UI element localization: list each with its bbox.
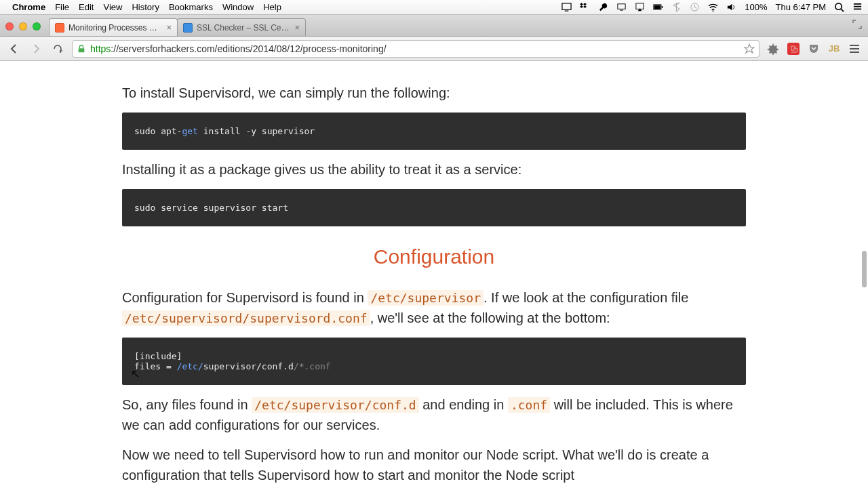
section-heading: Configuration xyxy=(122,245,746,268)
menu-history[interactable]: History xyxy=(132,2,159,12)
wifi-icon[interactable] xyxy=(708,2,718,12)
display-icon[interactable] xyxy=(616,2,627,12)
favicon-icon xyxy=(55,23,64,33)
scrollbar-thumb[interactable] xyxy=(862,251,867,287)
inline-code: .conf xyxy=(508,397,550,413)
svg-rect-1 xyxy=(618,4,625,9)
toolbar: https://serversforhackers.com/editions/2… xyxy=(0,37,868,61)
extension-adblock-icon[interactable] xyxy=(787,42,800,56)
back-button[interactable] xyxy=(7,41,22,56)
favicon-icon xyxy=(183,23,193,33)
app-name[interactable]: Chrome xyxy=(12,2,45,12)
extension-icon[interactable] xyxy=(766,42,780,56)
menu-view[interactable]: View xyxy=(103,2,122,12)
menu-window[interactable]: Window xyxy=(222,2,254,12)
paragraph: Now we need to tell Supervisord how to r… xyxy=(122,445,746,485)
paragraph: So, any files found in /etc/supervisor/c… xyxy=(122,394,746,435)
svg-rect-9 xyxy=(79,48,85,52)
tab-strip: Monitoring Processes with × SSL Checker … xyxy=(0,15,868,37)
svg-rect-2 xyxy=(636,3,644,9)
chrome-menu-icon[interactable] xyxy=(848,42,861,56)
timemachine-icon[interactable] xyxy=(690,2,700,12)
notification-center-icon[interactable] xyxy=(852,2,863,12)
extensions: JB xyxy=(766,42,861,56)
close-window-button[interactable] xyxy=(5,22,14,30)
url-text: ://serversforhackers.com/editions/2014/0… xyxy=(111,43,386,54)
tab-1[interactable]: Monitoring Processes with × xyxy=(49,18,178,36)
page-viewport[interactable]: To install Supervisord, we can simply ru… xyxy=(0,61,868,488)
tab-title: Monitoring Processes with xyxy=(68,23,162,33)
svg-rect-5 xyxy=(662,6,663,8)
extension-pocket-icon[interactable] xyxy=(807,42,821,56)
svg-rect-0 xyxy=(562,3,571,9)
paragraph: Configuration for Supervisord is found i… xyxy=(122,287,746,328)
screenshare-icon[interactable] xyxy=(561,2,572,12)
menu-edit[interactable]: Edit xyxy=(79,2,94,12)
window-controls xyxy=(5,22,41,30)
close-tab-icon[interactable]: × xyxy=(166,22,172,33)
tab-2[interactable]: SSL Checker – SSL Certifica × xyxy=(177,18,306,36)
tool-icon[interactable] xyxy=(598,2,608,12)
code-block: sudo service supervisor start xyxy=(122,189,746,226)
battery-icon[interactable] xyxy=(653,2,663,12)
bluetooth-icon[interactable] xyxy=(671,2,682,12)
menu-help[interactable]: Help xyxy=(263,2,281,12)
tab-title: SSL Checker – SSL Certifica xyxy=(197,23,290,33)
battery-percent: 100% xyxy=(745,2,767,12)
clock: Thu 6:47 PM xyxy=(776,2,826,12)
mac-menubar: Chrome File Edit View History Bookmarks … xyxy=(0,0,868,15)
code-block: sudo apt-get install -y supervisor xyxy=(122,113,746,150)
fullscreen-toggle-icon[interactable] xyxy=(852,19,863,30)
paragraph: Installing it as a package gives us the … xyxy=(122,159,746,180)
new-tab-button[interactable] xyxy=(308,20,326,35)
zoom-window-button[interactable] xyxy=(33,22,41,30)
close-tab-icon[interactable]: × xyxy=(294,22,300,33)
inline-code: /etc/supervisor/conf.d xyxy=(252,397,418,413)
svg-point-7 xyxy=(713,10,714,12)
menu-file[interactable]: File xyxy=(55,2,69,12)
code-block: [include] files = /etc/supervisor/conf.d… xyxy=(122,338,746,385)
url-scheme: https xyxy=(90,43,111,54)
svg-point-8 xyxy=(835,3,842,9)
address-bar[interactable]: https://serversforhackers.com/editions/2… xyxy=(72,40,760,58)
paragraph: To install Supervisord, we can simply ru… xyxy=(122,83,746,103)
airplay-icon[interactable] xyxy=(635,2,645,12)
volume-icon[interactable] xyxy=(726,2,736,12)
spotlight-icon[interactable] xyxy=(834,2,844,12)
menu-bookmarks[interactable]: Bookmarks xyxy=(169,2,213,12)
lock-icon xyxy=(77,44,86,54)
bookmark-star-icon[interactable] xyxy=(744,43,755,54)
dropbox-icon[interactable] xyxy=(580,2,590,12)
inline-code: /etc/supervisor xyxy=(368,290,484,306)
reload-button[interactable] xyxy=(50,41,65,56)
article: To install Supervisord, we can simply ru… xyxy=(122,61,746,488)
extension-jb-icon[interactable]: JB xyxy=(827,42,841,56)
forward-button[interactable] xyxy=(28,41,43,56)
svg-rect-4 xyxy=(654,5,661,9)
chrome-window: Monitoring Processes with × SSL Checker … xyxy=(0,15,868,488)
minimize-window-button[interactable] xyxy=(19,22,27,30)
inline-code: /etc/supervisord/supervisord.conf xyxy=(122,310,370,326)
